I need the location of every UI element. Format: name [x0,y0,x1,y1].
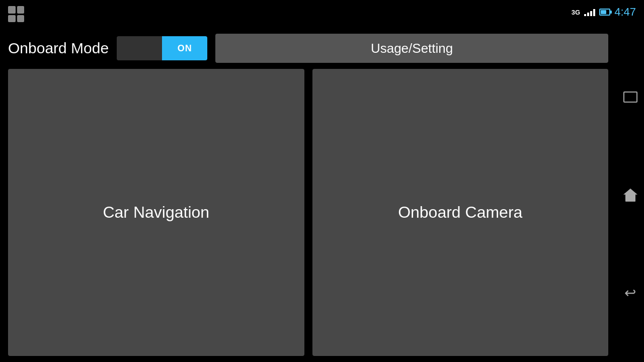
recent-apps-icon [623,92,637,103]
top-row: Onboard Mode ON Usage/Setting [8,34,608,63]
network-type: 3G [572,9,580,16]
signal-strength-icon [584,8,595,16]
battery-icon [599,9,610,16]
onboard-camera-button[interactable]: Onboard Camera [312,69,609,356]
toggle-on-label: ON [162,36,207,60]
toggle-off-area [117,36,162,60]
car-navigation-button[interactable]: Car Navigation [8,69,304,356]
app-icon[interactable] [6,4,26,24]
onboard-mode-toggle[interactable]: ON [117,36,207,60]
back-button[interactable]: ↩ [620,283,640,303]
onboard-mode-label: Onboard Mode [8,40,109,57]
recent-apps-button[interactable] [620,87,640,107]
time-display: 4:47 [614,6,636,19]
grid-icon [8,6,24,22]
nav-buttons: ↩ [616,28,644,362]
back-icon: ↩ [624,285,636,301]
usage-setting-button[interactable]: Usage/Setting [215,34,608,63]
home-icon [623,189,637,202]
home-button[interactable] [620,185,640,205]
status-bar: 3G 4:47 [543,0,644,24]
main-content: Onboard Mode ON Usage/Setting Car Naviga… [0,28,616,362]
bottom-row: Car Navigation Onboard Camera [8,69,608,356]
